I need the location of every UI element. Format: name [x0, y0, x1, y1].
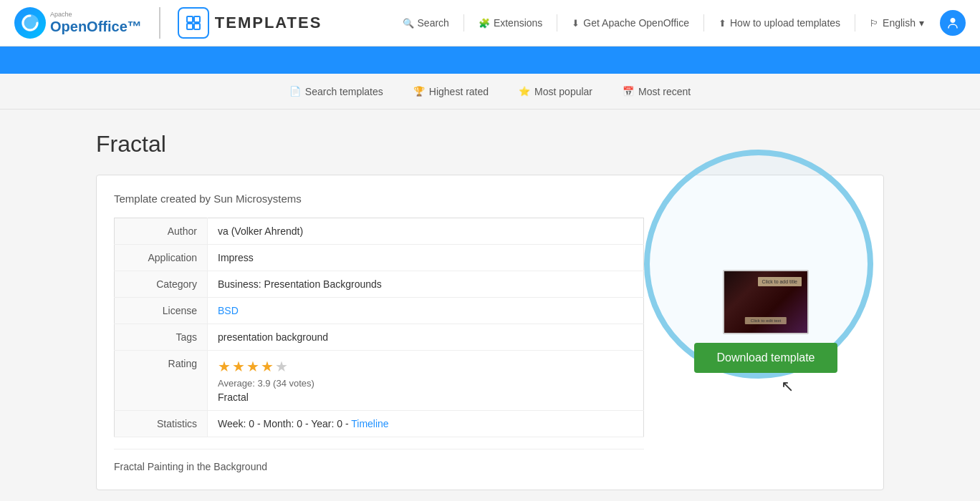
template-creator: Template created by Sun Microsystems: [114, 193, 644, 205]
template-description: Fractal Painting in the Background: [114, 449, 644, 472]
extensions-nav-link[interactable]: 🧩 Extensions: [470, 13, 551, 33]
cursor-icon: ↖: [781, 377, 794, 396]
table-row: Author va (Volker Ahrendt): [115, 218, 644, 245]
label-license: License: [115, 298, 208, 324]
template-thumbnail: Click to add title Click to edit text: [723, 270, 809, 334]
value-rating: ★ ★ ★ ★ ★ Average: 3.9 (34 votes) Fracta…: [208, 351, 644, 411]
templates-icon: [178, 7, 209, 39]
nav-separator-4: [855, 14, 855, 31]
table-row: Application Impress: [115, 245, 644, 271]
login-button[interactable]: [940, 10, 966, 36]
header-nav: 🔍 Search 🧩 Extensions ⬇ Get Apache OpenO…: [394, 10, 966, 36]
header: Apache OpenOffice™ TEMPLATES 🔍 Search: [0, 0, 980, 47]
table-row: Rating ★ ★ ★ ★ ★ Average: 3.9 (34 votes)…: [115, 351, 644, 411]
table-row: Tags presentation background: [115, 324, 644, 351]
header-left: Apache OpenOffice™ TEMPLATES: [14, 7, 322, 39]
calendar-icon: 📅: [623, 86, 634, 97]
value-application: Impress: [208, 245, 644, 271]
template-name-row: Fractal: [218, 391, 633, 403]
nav-separator-1: [463, 14, 464, 31]
label-application: Application: [115, 245, 208, 271]
get-openoffice-nav-link[interactable]: ⬇ Get Apache OpenOffice: [563, 13, 698, 33]
main-content: Fractal Template created by Sun Microsys…: [82, 131, 898, 490]
svg-point-0: [21, 14, 39, 31]
template-preview-container: Click to add title Click to edit text Do…: [694, 270, 837, 396]
star-3: ★: [246, 358, 259, 375]
thumbnail-subtitle-area: Click to edit text: [745, 317, 787, 324]
trophy-icon: 🏆: [413, 86, 425, 97]
logo-divider: [159, 7, 160, 39]
logo-text: Apache OpenOffice™: [50, 11, 142, 34]
templates-label: TEMPLATES: [215, 14, 322, 32]
search-nav-link[interactable]: 🔍 Search: [394, 13, 458, 33]
label-rating: Rating: [115, 351, 208, 411]
get-openoffice-icon: ⬇: [572, 18, 580, 29]
label-statistics: Statistics: [115, 411, 208, 437]
value-statistics: Week: 0 - Month: 0 - Year: 0 - Timeline: [208, 411, 644, 437]
nav-separator-3: [703, 14, 704, 31]
svg-rect-3: [187, 24, 193, 29]
how-to-upload-nav-link[interactable]: ⬆ How to upload templates: [710, 13, 849, 33]
language-nav-link[interactable]: 🏳 English ▾: [861, 13, 933, 33]
apache-label: Apache: [50, 11, 142, 19]
sub-nav-search-templates[interactable]: 📄 Search templates: [278, 82, 395, 102]
svg-rect-1: [187, 16, 193, 22]
label-tags: Tags: [115, 324, 208, 351]
star-5: ★: [275, 358, 288, 375]
logo-templates: TEMPLATES: [178, 7, 322, 39]
info-table: Author va (Volker Ahrendt) Application I…: [114, 218, 644, 437]
table-row: License BSD: [115, 298, 644, 324]
timeline-link[interactable]: Timeline: [351, 418, 388, 429]
flag-icon: 🏳: [870, 18, 879, 29]
license-link[interactable]: BSD: [218, 305, 239, 316]
logo-openoffice: Apache OpenOffice™: [14, 7, 142, 39]
search-icon: 🔍: [403, 18, 414, 29]
label-author: Author: [115, 218, 208, 245]
table-row: Category Business: Presentation Backgrou…: [115, 271, 644, 298]
extensions-icon: 🧩: [479, 18, 490, 29]
brand-name: OpenOffice™: [50, 19, 142, 34]
nav-separator-2: [557, 14, 557, 31]
rating-average: Average: 3.9 (34 votes): [218, 378, 633, 389]
upload-icon: ⬆: [719, 18, 726, 29]
value-license: BSD: [208, 298, 644, 324]
template-card: Template created by Sun Microsystems Aut…: [96, 175, 884, 490]
star-2: ★: [232, 358, 245, 375]
svg-rect-2: [194, 16, 200, 22]
star-1: ★: [218, 358, 231, 375]
star-4: ★: [261, 358, 274, 375]
sub-nav-most-recent[interactable]: 📅 Most recent: [611, 82, 702, 102]
sub-nav-highest-rated[interactable]: 🏆 Highest rated: [402, 82, 500, 102]
star-rating: ★ ★ ★ ★ ★: [218, 358, 288, 375]
sub-nav-most-popular[interactable]: ⭐ Most popular: [507, 82, 604, 102]
sub-nav: 📄 Search templates 🏆 Highest rated ⭐ Mos…: [0, 74, 980, 110]
openoffice-logo-icon: [14, 7, 46, 39]
label-category: Category: [115, 271, 208, 298]
template-right-panel: Click to add title Click to edit text Do…: [666, 193, 866, 472]
value-category: Business: Presentation Backgrounds: [208, 271, 644, 298]
template-info: Template created by Sun Microsystems Aut…: [114, 193, 644, 472]
value-author: va (Volker Ahrendt): [208, 218, 644, 245]
blue-banner: [0, 47, 980, 74]
table-row: Statistics Week: 0 - Month: 0 - Year: 0 …: [115, 411, 644, 437]
thumbnail-title-area: Click to add title: [758, 277, 802, 286]
svg-rect-4: [194, 24, 200, 29]
search-templates-icon: 📄: [289, 86, 301, 97]
star-icon: ⭐: [519, 86, 530, 97]
download-template-button[interactable]: Download template: [694, 343, 837, 373]
value-tags: presentation background: [208, 324, 644, 351]
